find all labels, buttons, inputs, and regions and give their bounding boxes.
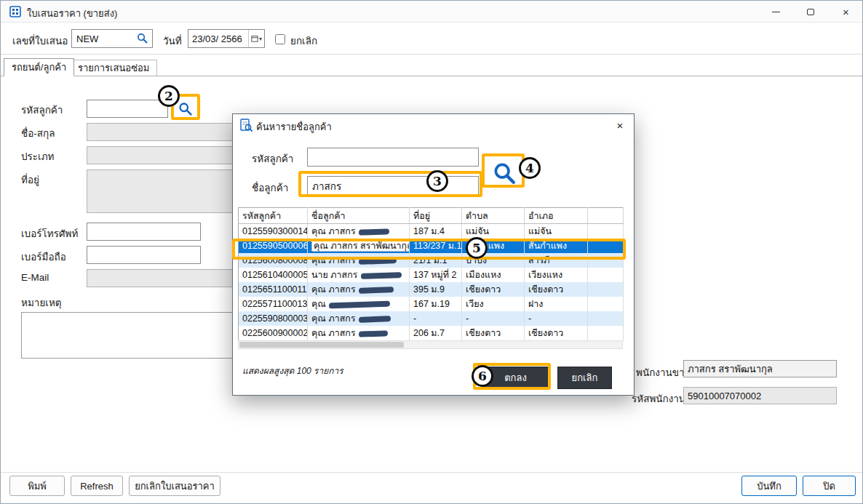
table-row[interactable]: 02256009000028 คุณ ภาสกร 206 ม.7 เชียงดา… bbox=[239, 326, 624, 341]
cell-tambon: เวียง bbox=[462, 297, 525, 311]
customer-code-label: รหัสลูกค้า bbox=[21, 102, 63, 118]
header-address: ที่อยู่ bbox=[410, 208, 462, 224]
cell-amphoe: เวียงแหง bbox=[525, 268, 588, 282]
cell-customer-name: คุณ ภาสกร สราพัฒนากุล bbox=[308, 239, 410, 253]
table-header-row: รหัสลูกค้า ชื่อลูกค้า ที่อยู่ ตำบล อำเภอ bbox=[239, 208, 624, 224]
print-button[interactable]: พิมพ์ bbox=[9, 476, 65, 496]
table-row[interactable]: 01256008000089 คุณ ภาสกร 21/1 ม.1 ป่าบง … bbox=[239, 253, 624, 268]
table-row[interactable]: 01255903000144 คุณ ภาสกร 187 ม.4 แม่จัน … bbox=[239, 224, 624, 239]
chevron-down-icon: ▾ bbox=[259, 36, 262, 42]
phone-label: เบอร์โทรศัพท์ bbox=[21, 225, 78, 241]
window-title: ใบเสนอราคา (ขายส่ง) bbox=[27, 6, 117, 21]
redaction-scribble bbox=[359, 287, 394, 294]
tab-strip-divider bbox=[1, 76, 862, 76]
table-row[interactable]: 01256511000112 คุณ ภาสกร 395 ม.9 เชียงดา… bbox=[239, 282, 624, 297]
quote-search-icon[interactable] bbox=[136, 32, 148, 47]
cell-customer-name: คุณ ภาสกร bbox=[308, 311, 410, 326]
header-tambon: ตำบล bbox=[462, 208, 525, 224]
cell-tambon: - bbox=[462, 311, 525, 326]
redaction-scribble bbox=[359, 228, 389, 235]
cell-extra bbox=[588, 268, 624, 282]
redaction-scribble bbox=[361, 272, 402, 279]
ok-button[interactable]: ตกลง bbox=[482, 367, 549, 389]
close-window-button[interactable]: ปิด bbox=[803, 476, 856, 496]
calendar-dropdown-button[interactable]: ▾ bbox=[248, 30, 264, 47]
customer-search-icon[interactable] bbox=[178, 101, 193, 119]
quote-number-label: เลขที่ใบเสนอ bbox=[12, 33, 68, 49]
dialog-title: ค้นหารายชื่อลูกค้า bbox=[256, 119, 332, 135]
cell-amphoe: เชียงดาว bbox=[525, 326, 588, 341]
dialog-search-button[interactable] bbox=[485, 158, 523, 188]
tab-repair-items[interactable]: รายการเสนอซ่อม bbox=[70, 60, 157, 76]
table-row[interactable]: 02255711000139 คุณ 167 ม.19 เวียง ฝาง bbox=[239, 297, 624, 311]
address-label: ที่อยู่ bbox=[21, 172, 39, 188]
cell-extra bbox=[588, 311, 624, 326]
maximize-button[interactable] bbox=[794, 1, 827, 23]
search-icon bbox=[492, 161, 517, 185]
scrollbar-thumb[interactable] bbox=[239, 342, 404, 348]
close-button[interactable]: × bbox=[829, 1, 863, 23]
cell-address: 21/1 ม.1 bbox=[410, 253, 462, 268]
cell-amphoe: สันกำแพง bbox=[525, 239, 588, 253]
refresh-button[interactable]: Refresh bbox=[71, 476, 123, 496]
date-value: 23/03/ 2566 bbox=[188, 33, 248, 44]
window-titlebar[interactable]: ใบเสนอราคา (ขายส่ง) × bbox=[1, 1, 862, 23]
cell-customer-name: คุณ ภาสกร bbox=[308, 326, 410, 341]
cell-customer-code: 01256008000089 bbox=[239, 253, 308, 268]
dialog-cancel-button[interactable]: ยกเลิก bbox=[557, 367, 612, 389]
header-amphoe: อำเภอ bbox=[525, 208, 588, 224]
dialog-close-button[interactable]: × bbox=[612, 117, 628, 133]
table-row-selected[interactable]: 01255905000060 คุณ ภาสกร สราพัฒนากุล 113… bbox=[239, 239, 624, 253]
customer-search-dialog: ค้นหารายชื่อลูกค้า × รหัสลูกค้า ชื่อลูกค… bbox=[232, 113, 635, 396]
type-label: ประเภท bbox=[21, 148, 54, 164]
dialog-customer-name-input[interactable] bbox=[307, 176, 479, 196]
cell-customer-code: 01255905000060 bbox=[239, 239, 308, 253]
name-label: ชื่อ-สกุล bbox=[21, 125, 55, 141]
app-icon bbox=[9, 6, 21, 17]
date-picker[interactable]: 23/03/ 2566 ▾ bbox=[188, 29, 265, 48]
cell-extra bbox=[588, 297, 624, 311]
redaction-scribble bbox=[359, 257, 397, 265]
cell-tambon: เชียงดาว bbox=[462, 326, 525, 341]
cell-customer-name: นาย ภาสกร bbox=[308, 268, 410, 282]
cell-address: - bbox=[410, 311, 462, 326]
redaction-scribble bbox=[329, 300, 390, 308]
note-field[interactable] bbox=[21, 312, 234, 359]
tab-vehicle-customer[interactable]: รถยนต์/ลูกค้า bbox=[4, 58, 74, 76]
cell-tambon: สันกำแพง bbox=[462, 239, 525, 253]
dialog-titlebar[interactable]: ค้นหารายชื่อลูกค้า × bbox=[233, 114, 634, 136]
cell-address: 206 ม.7 bbox=[410, 326, 462, 341]
phone-input[interactable] bbox=[87, 223, 201, 241]
quotation-window: ใบเสนอราคา (ขายส่ง) × เลขที่ใบเสนอ วันที… bbox=[0, 0, 863, 504]
table-row[interactable]: 02255908000036 คุณ ภาสกร - - - bbox=[239, 311, 624, 326]
employee-code-label: รหัสพนักงาน bbox=[632, 391, 685, 407]
close-icon: × bbox=[843, 7, 849, 17]
cancel-checkbox[interactable] bbox=[275, 34, 285, 44]
cancel-checkbox-label: ยกเลิก bbox=[290, 33, 317, 49]
salesperson-input[interactable] bbox=[683, 360, 837, 377]
cell-amphoe: เชียงดาว bbox=[525, 282, 588, 297]
result-limit-status: แสดงผลสูงสุด 100 รายการ bbox=[242, 364, 343, 377]
cell-amphoe: - bbox=[525, 311, 588, 326]
customer-code-input[interactable] bbox=[87, 100, 168, 118]
cell-extra bbox=[588, 239, 624, 253]
cell-tambon: แม่จัน bbox=[462, 224, 525, 239]
save-button[interactable]: บันทึก bbox=[741, 476, 797, 496]
cell-extra bbox=[588, 282, 624, 297]
mobile-label: เบอร์มือถือ bbox=[21, 249, 66, 265]
table-horizontal-scrollbar[interactable] bbox=[238, 340, 623, 349]
dialog-customer-code-input[interactable] bbox=[307, 148, 479, 167]
cell-address: 113/237 ม.1 bbox=[410, 239, 462, 253]
cell-amphoe: สารภี bbox=[525, 253, 588, 268]
minimize-button[interactable] bbox=[759, 1, 792, 23]
cell-customer-name: คุณ ภาสกร bbox=[308, 282, 410, 297]
redaction-scribble bbox=[359, 316, 391, 323]
cell-extra bbox=[588, 253, 624, 268]
cell-address: 187 ม.4 bbox=[410, 224, 462, 239]
cell-address: 137 หมู่ที่ 2 bbox=[410, 268, 462, 282]
cell-customer-code: 02255908000036 bbox=[239, 311, 308, 326]
table-row[interactable]: 01256104000057 นาย ภาสกร 137 หมู่ที่ 2 เ… bbox=[239, 268, 624, 282]
cell-tambon: เชียงดาว bbox=[462, 282, 525, 297]
cancel-quotation-button[interactable]: ยกเลิกใบเสนอราคา bbox=[129, 476, 220, 496]
mobile-input[interactable] bbox=[87, 246, 201, 264]
